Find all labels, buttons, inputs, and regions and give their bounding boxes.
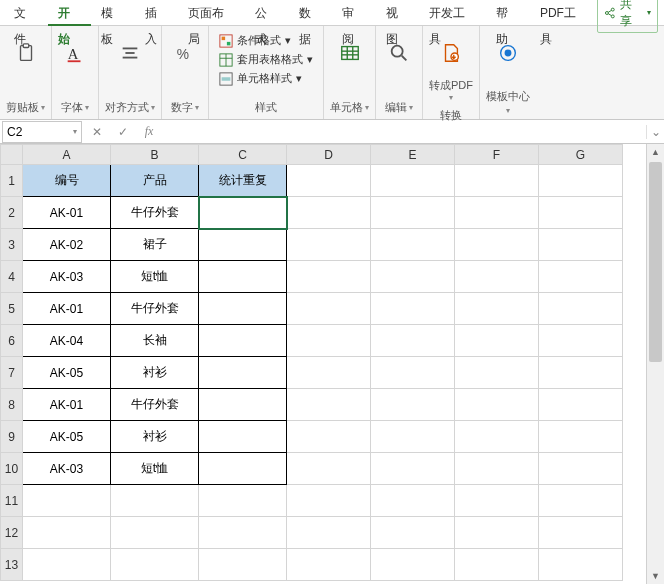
cell-F2[interactable] xyxy=(455,197,539,229)
cell-C7[interactable] xyxy=(199,357,287,389)
cell-E13[interactable] xyxy=(371,549,455,581)
cell-D7[interactable] xyxy=(287,357,371,389)
vertical-scrollbar[interactable]: ▲ ▼ xyxy=(646,144,664,584)
cell-B5[interactable]: 牛仔外套 xyxy=(111,293,199,325)
row-header-2[interactable]: 2 xyxy=(1,197,23,229)
scroll-down-icon[interactable]: ▼ xyxy=(647,568,664,584)
chevron-down-icon[interactable]: ▾ xyxy=(195,103,199,112)
conditional-format-button[interactable]: 条件格式▾ xyxy=(215,32,317,49)
cell-E3[interactable] xyxy=(371,229,455,261)
col-header-D[interactable]: D xyxy=(287,145,371,165)
cell-D12[interactable] xyxy=(287,517,371,549)
cell-E10[interactable] xyxy=(371,453,455,485)
cell-C6[interactable] xyxy=(199,325,287,357)
cell-F4[interactable] xyxy=(455,261,539,293)
share-button[interactable]: 共享 ▾ xyxy=(597,0,658,33)
tab-view[interactable]: 视图 xyxy=(376,0,420,26)
cell-G1[interactable] xyxy=(539,165,623,197)
accept-formula-button[interactable]: ✓ xyxy=(110,125,136,139)
cell-B12[interactable] xyxy=(111,517,199,549)
cell-C8[interactable] xyxy=(199,389,287,421)
cell-G11[interactable] xyxy=(539,485,623,517)
cell-G2[interactable] xyxy=(539,197,623,229)
scroll-up-icon[interactable]: ▲ xyxy=(647,144,664,160)
cell-C4[interactable] xyxy=(199,261,287,293)
align-button[interactable] xyxy=(113,30,147,76)
row-header-11[interactable]: 11 xyxy=(1,485,23,517)
cell-D8[interactable] xyxy=(287,389,371,421)
cell-E7[interactable] xyxy=(371,357,455,389)
cell-E12[interactable] xyxy=(371,517,455,549)
chevron-down-icon[interactable]: ▾ xyxy=(409,103,413,112)
tab-page-layout[interactable]: 页面布局 xyxy=(178,0,245,26)
cell-F11[interactable] xyxy=(455,485,539,517)
cell-A1[interactable]: 编号 xyxy=(23,165,111,197)
font-button[interactable]: A xyxy=(58,30,92,76)
cell-G5[interactable] xyxy=(539,293,623,325)
cell-F10[interactable] xyxy=(455,453,539,485)
chevron-down-icon[interactable]: ▾ xyxy=(506,106,510,115)
table-format-button[interactable]: 套用表格格式▾ xyxy=(215,51,317,68)
col-header-C[interactable]: C xyxy=(199,145,287,165)
cell-C1[interactable]: 统计重复 xyxy=(199,165,287,197)
cell-G13[interactable] xyxy=(539,549,623,581)
row-header-13[interactable]: 13 xyxy=(1,549,23,581)
col-header-F[interactable]: F xyxy=(455,145,539,165)
formula-input[interactable] xyxy=(162,122,646,142)
cell-E9[interactable] xyxy=(371,421,455,453)
cell-B4[interactable]: 短t恤 xyxy=(111,261,199,293)
row-header-7[interactable]: 7 xyxy=(1,357,23,389)
cell-C13[interactable] xyxy=(199,549,287,581)
tab-file[interactable]: 文件 xyxy=(4,0,48,26)
cell-E6[interactable] xyxy=(371,325,455,357)
cell-G10[interactable] xyxy=(539,453,623,485)
cell-G6[interactable] xyxy=(539,325,623,357)
cell-F12[interactable] xyxy=(455,517,539,549)
cell-B9[interactable]: 衬衫 xyxy=(111,421,199,453)
row-header-5[interactable]: 5 xyxy=(1,293,23,325)
number-button[interactable]: % xyxy=(168,30,202,76)
chevron-down-icon[interactable]: ▾ xyxy=(365,103,369,112)
cell-E2[interactable] xyxy=(371,197,455,229)
paste-button[interactable] xyxy=(9,30,43,76)
cells-button[interactable] xyxy=(333,30,367,76)
template-center-button[interactable] xyxy=(491,30,525,76)
cell-E4[interactable] xyxy=(371,261,455,293)
cell-A4[interactable]: AK-03 xyxy=(23,261,111,293)
cell-F5[interactable] xyxy=(455,293,539,325)
cell-E11[interactable] xyxy=(371,485,455,517)
cell-C10[interactable] xyxy=(199,453,287,485)
cell-B1[interactable]: 产品 xyxy=(111,165,199,197)
cell-A3[interactable]: AK-02 xyxy=(23,229,111,261)
cell-F8[interactable] xyxy=(455,389,539,421)
chevron-down-icon[interactable]: ▾ xyxy=(41,103,45,112)
cell-F1[interactable] xyxy=(455,165,539,197)
cell-E5[interactable] xyxy=(371,293,455,325)
cell-A6[interactable]: AK-04 xyxy=(23,325,111,357)
cell-G8[interactable] xyxy=(539,389,623,421)
cell-C3[interactable] xyxy=(199,229,287,261)
cell-B13[interactable] xyxy=(111,549,199,581)
scroll-thumb[interactable] xyxy=(649,162,662,362)
cell-F13[interactable] xyxy=(455,549,539,581)
cell-B7[interactable]: 衬衫 xyxy=(111,357,199,389)
cell-C11[interactable] xyxy=(199,485,287,517)
cell-G3[interactable] xyxy=(539,229,623,261)
tab-data[interactable]: 数据 xyxy=(289,0,333,26)
row-header-12[interactable]: 12 xyxy=(1,517,23,549)
chevron-down-icon[interactable]: ▾ xyxy=(151,103,155,112)
cell-B8[interactable]: 牛仔外套 xyxy=(111,389,199,421)
chevron-down-icon[interactable]: ▾ xyxy=(85,103,89,112)
cell-D9[interactable] xyxy=(287,421,371,453)
to-pdf-button[interactable] xyxy=(434,30,468,76)
cell-E8[interactable] xyxy=(371,389,455,421)
col-header-B[interactable]: B xyxy=(111,145,199,165)
cell-A5[interactable]: AK-01 xyxy=(23,293,111,325)
cell-D1[interactable] xyxy=(287,165,371,197)
cell-B6[interactable]: 长袖 xyxy=(111,325,199,357)
row-header-6[interactable]: 6 xyxy=(1,325,23,357)
tab-review[interactable]: 审阅 xyxy=(332,0,376,26)
cell-A2[interactable]: AK-01 xyxy=(23,197,111,229)
cell-D10[interactable] xyxy=(287,453,371,485)
cell-D13[interactable] xyxy=(287,549,371,581)
